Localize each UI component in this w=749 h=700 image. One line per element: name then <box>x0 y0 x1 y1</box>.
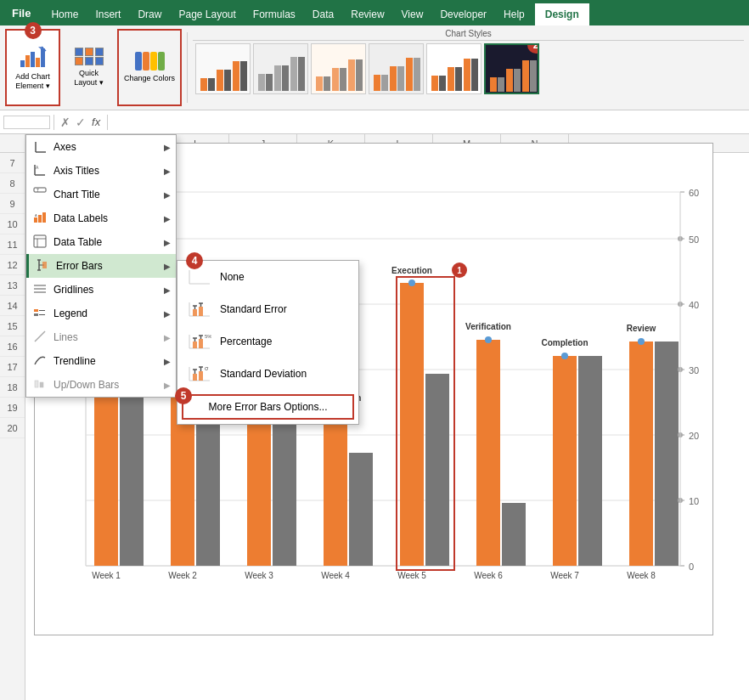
svg-rect-3 <box>36 58 40 67</box>
svg-rect-130 <box>42 262 47 268</box>
svg-rect-14 <box>266 74 273 91</box>
svg-text:A: A <box>36 165 39 170</box>
gridlines-label: Gridlines <box>54 284 93 296</box>
svg-rect-84 <box>425 374 449 566</box>
add-chart-dropdown: Axes ▶ A Axis Titles ▶ T Chart Title ▶ <box>25 134 177 398</box>
svg-text:Completion: Completion <box>542 338 588 347</box>
svg-text:40: 40 <box>689 300 699 310</box>
cancel-formula-icon[interactable]: ✗ <box>60 116 70 129</box>
menu-item-legend[interactable]: Legend ▶ <box>26 302 176 325</box>
error-bars-icon <box>36 258 51 274</box>
menu-item-chart-title[interactable]: T Chart Title ▶ <box>26 183 176 206</box>
svg-rect-79 <box>324 410 347 566</box>
svg-rect-154 <box>199 339 203 348</box>
svg-rect-9 <box>217 70 223 91</box>
formula-input[interactable]: =SERIES(Sheet1!$C$1,,Sheet1!$C$2:$C$9,2) <box>111 116 746 128</box>
trendline-icon <box>33 353 48 369</box>
menu-item-axis-titles[interactable]: A Axis Titles ▶ <box>26 159 176 183</box>
chart-style-2[interactable] <box>253 43 308 94</box>
row-num-11: 11 <box>0 234 25 255</box>
none-icon <box>186 267 213 287</box>
svg-text:σ: σ <box>205 365 209 371</box>
chart-title-label: Chart Title <box>54 189 100 200</box>
svg-rect-38 <box>490 77 497 92</box>
file-tab[interactable]: File <box>0 0 42 25</box>
tab-design[interactable]: Design <box>533 2 591 25</box>
chart-style-active[interactable]: 2 <box>484 43 539 94</box>
menu-item-data-labels[interactable]: A Data Labels ▶ <box>26 206 176 230</box>
tab-home[interactable]: Home <box>42 3 87 25</box>
menu-item-gridlines[interactable]: Gridlines ▶ <box>26 278 176 302</box>
axis-titles-arrow: ▶ <box>164 167 171 176</box>
menu-item-updown-bars[interactable]: Up/Down Bars ▶ <box>26 373 176 397</box>
svg-rect-7 <box>200 78 207 91</box>
chart-styles-row: 2 <box>193 41 744 97</box>
gridlines-icon <box>33 282 48 297</box>
axis-titles-icon: A <box>33 163 48 178</box>
svg-rect-15 <box>274 65 281 91</box>
svg-rect-123 <box>34 235 46 247</box>
tab-help[interactable]: Help <box>495 3 533 25</box>
svg-text:Week 4: Week 4 <box>321 571 350 580</box>
confirm-formula-icon[interactable]: ✓ <box>76 116 86 129</box>
badge-3: 3 <box>25 22 42 39</box>
chart-style-1[interactable] <box>195 43 251 94</box>
data-labels-arrow: ▶ <box>164 214 171 223</box>
tab-data[interactable]: Data <box>304 3 342 25</box>
menu-item-data-table[interactable]: Data Table ▶ <box>26 230 176 254</box>
svg-rect-16 <box>282 65 289 91</box>
tab-review[interactable]: Review <box>342 3 392 25</box>
row-num-16: 16 <box>0 336 25 357</box>
submenu-none[interactable]: None <box>177 261 358 293</box>
chart-styles-label: Chart Styles <box>193 29 744 41</box>
svg-rect-163 <box>199 371 203 381</box>
legend-icon <box>33 306 48 321</box>
add-chart-icon <box>20 45 47 69</box>
menu-item-error-bars[interactable]: Error Bars ▶ <box>26 254 176 278</box>
none-label: None <box>220 271 245 283</box>
svg-rect-34 <box>455 67 462 91</box>
svg-text:0: 0 <box>689 562 694 572</box>
svg-text:Verification: Verification <box>465 322 511 331</box>
tab-insert[interactable]: Insert <box>87 3 129 25</box>
menu-item-axes[interactable]: Axes ▶ <box>26 135 176 159</box>
svg-rect-80 <box>349 453 373 566</box>
quick-layout-button[interactable]: QuickLayout ▾ <box>65 29 112 106</box>
submenu-more-options[interactable]: 5 More Error Bars Options... <box>182 394 354 420</box>
name-box[interactable] <box>3 116 50 129</box>
chart-style-4[interactable] <box>369 43 424 94</box>
more-error-bars-label: More Error Bars Options... <box>208 401 327 413</box>
menu-item-trendline[interactable]: Trendline ▶ <box>26 349 176 373</box>
svg-rect-35 <box>464 59 470 91</box>
legend-arrow: ▶ <box>164 309 171 319</box>
add-chart-element-button[interactable]: 3 Add ChartElement ▾ <box>5 29 60 106</box>
svg-rect-83 <box>400 283 424 566</box>
svg-rect-33 <box>448 67 454 91</box>
svg-text:10: 10 <box>689 496 699 506</box>
submenu-standard-error[interactable]: Standard Error <box>177 293 358 325</box>
chart-style-5[interactable] <box>426 43 482 94</box>
formula-bar: ✗ ✓ fx =SERIES(Sheet1!$C$1,,Sheet1!$C$2:… <box>0 110 749 134</box>
add-chart-label: Add ChartElement ▾ <box>15 72 50 91</box>
svg-text:1: 1 <box>457 266 462 275</box>
chart-style-3[interactable] <box>311 43 366 94</box>
svg-text:5%: 5% <box>205 334 211 339</box>
error-bars-arrow: ▶ <box>164 262 171 271</box>
ribbon-bar: File Home Insert Draw Page Layout Formul… <box>0 0 749 25</box>
row-num-18: 18 <box>0 377 25 398</box>
svg-rect-27 <box>390 66 397 91</box>
svg-text:T: T <box>37 188 39 193</box>
svg-rect-0 <box>20 60 25 67</box>
svg-rect-136 <box>34 313 38 316</box>
submenu-percentage[interactable]: 5% Percentage <box>177 325 358 358</box>
tab-formulas[interactable]: Formulas <box>245 3 304 25</box>
submenu-standard-deviation[interactable]: σ Standard Deviation <box>177 358 358 390</box>
tab-developer[interactable]: Developer <box>431 3 495 25</box>
gridlines-arrow: ▶ <box>164 285 171 295</box>
tab-view[interactable]: View <box>393 3 432 25</box>
svg-rect-18 <box>298 57 305 91</box>
tab-page-layout[interactable]: Page Layout <box>170 3 244 25</box>
menu-item-lines[interactable]: Lines ▶ <box>26 325 176 349</box>
tab-draw[interactable]: Draw <box>129 3 170 25</box>
change-colors-button[interactable]: Change Colors <box>117 29 182 106</box>
